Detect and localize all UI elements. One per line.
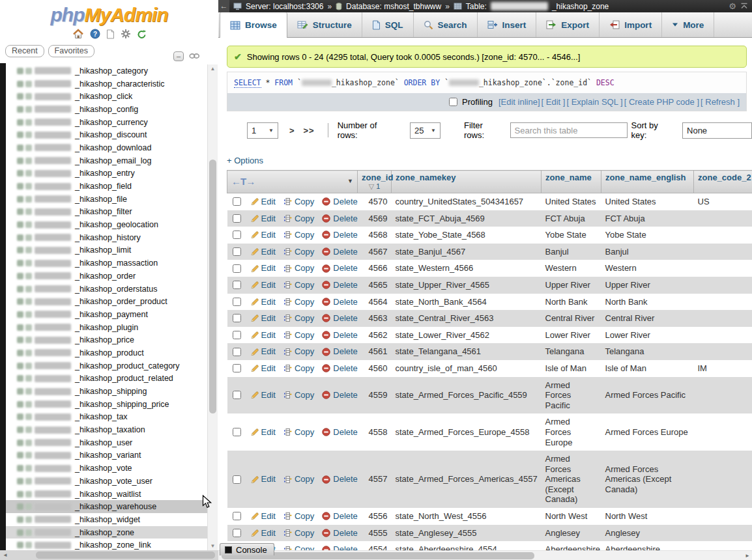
last-page-button[interactable]: >>	[304, 126, 315, 135]
delete-link[interactable]: Delete	[333, 363, 357, 374]
options-toggle[interactable]: + Options	[227, 156, 752, 165]
expand-icon[interactable]	[17, 260, 23, 266]
delete-link[interactable]: Delete	[333, 346, 357, 357]
sidebar-table-hikashop_field[interactable]: _hikashop_field	[0, 180, 207, 193]
delete-icon[interactable]	[322, 512, 330, 520]
copy-icon[interactable]	[283, 348, 292, 356]
sidebar-table-hikashop_product_related[interactable]: _hikashop_product_related	[0, 372, 207, 385]
scroll-left-icon[interactable]: ◄	[3, 552, 8, 558]
sidebar-table-hikashop_massaction[interactable]: _hikashop_massaction	[0, 257, 207, 270]
next-page-button[interactable]: >	[289, 126, 295, 135]
tab-insert[interactable]: Insert	[478, 12, 537, 37]
back-button[interactable]: ←	[218, 0, 229, 12]
tab-browse[interactable]: Browse	[220, 12, 287, 38]
expand-icon[interactable]	[17, 478, 23, 484]
delete-icon[interactable]	[322, 197, 330, 206]
delete-icon[interactable]	[322, 231, 330, 239]
edit-link[interactable]: Edit	[261, 346, 276, 357]
settings-icon[interactable]	[121, 29, 131, 39]
delete-link[interactable]: Delete	[333, 230, 357, 240]
sidebar-table-hikashop_widget[interactable]: _hikashop_widget	[0, 513, 207, 526]
edit-link[interactable]: Edit	[261, 214, 276, 224]
copy-link[interactable]: Copy	[295, 263, 314, 273]
row-checkbox[interactable]	[233, 314, 241, 322]
copy-link[interactable]: Copy	[295, 214, 314, 224]
edit-link[interactable]: Edit	[261, 474, 276, 484]
sidebar-vertical-scrollbar[interactable]: ▲ ▼	[207, 64, 218, 550]
copy-link[interactable]: Copy	[295, 230, 314, 240]
edit-link[interactable]: Edit	[261, 263, 276, 273]
sidebar-table-hikashop_email_log[interactable]: _hikashop_email_log	[0, 154, 207, 167]
expand-icon[interactable]	[17, 337, 23, 343]
expand-icon[interactable]	[17, 465, 23, 471]
expand-icon[interactable]	[17, 81, 23, 87]
refresh-icon[interactable]	[137, 29, 147, 39]
sidebar-table-hikashop_price[interactable]: _hikashop_price	[0, 333, 207, 346]
breadcrumb-database[interactable]: Database: mshost_tbhwww	[346, 2, 441, 11]
edit-link[interactable]: Edit	[261, 528, 276, 539]
row-checkbox[interactable]	[233, 428, 241, 436]
sidebar-table-hikashop_currency[interactable]: _hikashop_currency	[0, 116, 207, 129]
delete-link[interactable]: Delete	[333, 280, 357, 290]
column-header-zone_name_english[interactable]: zone_name_english	[601, 171, 694, 193]
sidebar-table-hikashop_click[interactable]: _hikashop_click	[0, 90, 207, 103]
sidebar-table-hikashop_entry[interactable]: _hikashop_entry	[0, 167, 207, 180]
delete-link[interactable]: Delete	[333, 427, 357, 438]
copy-icon[interactable]	[283, 314, 292, 322]
copy-link[interactable]: Copy	[295, 297, 314, 307]
expand-icon[interactable]	[17, 440, 23, 446]
copy-icon[interactable]	[283, 512, 292, 520]
scroll-down-icon[interactable]: ▼	[208, 543, 218, 549]
copy-link[interactable]: Copy	[295, 280, 314, 290]
breadcrumb-server[interactable]: Server: localhost:3306	[246, 2, 323, 11]
edit-icon[interactable]	[250, 475, 259, 484]
row-checkbox[interactable]	[233, 364, 241, 372]
copy-icon[interactable]	[283, 197, 292, 206]
expand-icon[interactable]	[17, 286, 23, 292]
sidebar-table-hikashop_config[interactable]: _hikashop_config	[0, 103, 207, 116]
expand-icon[interactable]	[17, 542, 23, 548]
delete-icon[interactable]	[322, 298, 330, 306]
delete-link[interactable]: Delete	[333, 214, 357, 224]
copy-icon[interactable]	[283, 231, 292, 239]
expand-icon[interactable]	[17, 529, 23, 536]
page-select[interactable]: 1▼	[247, 122, 278, 139]
column-header-label[interactable]: zone_code_2	[698, 173, 752, 182]
expand-icon[interactable]	[17, 183, 23, 189]
edit-link[interactable]: Edit	[261, 197, 276, 207]
copy-link[interactable]: Copy	[295, 247, 314, 257]
expand-icon[interactable]	[17, 503, 23, 510]
filter-input[interactable]	[510, 122, 628, 138]
sidebar-table-hikashop_payment[interactable]: _hikashop_payment	[0, 308, 207, 321]
copy-icon[interactable]	[283, 546, 292, 550]
sidebar-table-hikashop_warehouse[interactable]: _hikashop_warehouse	[0, 500, 207, 513]
sidebar-table-hikashop_characteristic[interactable]: _hikashop_characteristic	[0, 77, 207, 91]
scroll-right-icon[interactable]: ►	[745, 553, 750, 559]
sidebar-table-hikashop_vote_user[interactable]: _hikashop_vote_user	[0, 475, 207, 488]
delete-link[interactable]: Delete	[333, 544, 357, 550]
tab-more[interactable]: More	[662, 12, 714, 37]
profiling-link-refresh[interactable]: [ Refresh ]	[701, 97, 740, 107]
tab-structure[interactable]: Structure	[287, 12, 362, 37]
column-header-zone_namekey[interactable]: zone_namekey	[392, 171, 542, 193]
sidebar-table-hikashop_plugin[interactable]: _hikashop_plugin	[0, 321, 207, 334]
column-header-label[interactable]: zone_namekey	[396, 173, 537, 182]
copy-icon[interactable]	[283, 247, 292, 256]
collapse-all-icon[interactable]: –	[173, 51, 184, 61]
edit-icon[interactable]	[250, 314, 259, 322]
sidebar-table-hikashop_vote[interactable]: _hikashop_vote	[0, 462, 207, 475]
row-checkbox[interactable]	[233, 264, 241, 273]
row-checkbox[interactable]	[233, 281, 241, 289]
copy-icon[interactable]	[283, 391, 292, 399]
row-checkbox[interactable]	[233, 197, 241, 206]
delete-link[interactable]: Delete	[333, 330, 357, 341]
expand-icon[interactable]	[17, 273, 23, 279]
copy-icon[interactable]	[283, 428, 292, 436]
edit-icon[interactable]	[250, 231, 259, 239]
expand-icon[interactable]	[17, 491, 23, 497]
edit-link[interactable]: Edit	[261, 330, 276, 341]
breadcrumb-table-name[interactable]: _hikashop_zone	[552, 2, 609, 11]
sort-select[interactable]: None	[682, 122, 752, 139]
sidebar-table-hikashop_category[interactable]: _hikashop_category	[0, 64, 207, 77]
column-header-zone_name[interactable]: zone_name	[542, 171, 601, 193]
